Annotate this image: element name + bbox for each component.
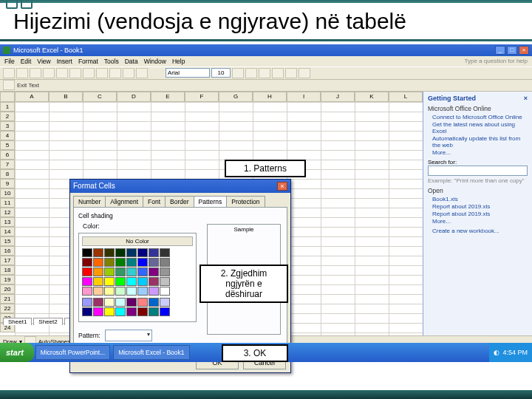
row-header-6[interactable]: 6 (0, 150, 15, 160)
color-swatch[interactable] (137, 248, 148, 257)
row-header-5[interactable]: 5 (0, 140, 15, 150)
row-header-21[interactable]: 21 (0, 294, 15, 304)
color-swatch[interactable] (126, 248, 137, 257)
row-header-20[interactable]: 20 (0, 284, 15, 294)
color-swatch[interactable] (93, 267, 103, 276)
color-swatch[interactable] (115, 307, 126, 316)
tab-alignment[interactable]: Alignment (105, 196, 143, 207)
color-swatch[interactable] (126, 307, 137, 316)
save-icon[interactable] (30, 68, 41, 78)
dialog-close-icon[interactable]: × (277, 182, 287, 191)
row-header-2[interactable]: 2 (0, 112, 15, 121)
color-swatch[interactable] (104, 307, 115, 316)
select-all-corner[interactable] (0, 92, 15, 102)
menu-window[interactable]: Window (144, 58, 166, 65)
color-swatch[interactable] (104, 287, 115, 296)
tray-icon[interactable]: ◐ (494, 349, 499, 356)
row-header-1[interactable]: 1 (0, 102, 15, 112)
color-swatch[interactable] (104, 258, 115, 267)
col-header-C[interactable]: C (83, 92, 117, 102)
create-workbook-link[interactable]: Create a new workbook... (432, 228, 528, 234)
sheet-tab-2[interactable]: Sheet2 (33, 318, 62, 325)
color-swatch[interactable] (160, 277, 170, 286)
menu-insert[interactable]: Insert (57, 58, 72, 65)
color-swatch[interactable] (82, 307, 92, 316)
align-left-icon[interactable] (272, 68, 284, 78)
color-swatch[interactable] (93, 287, 103, 296)
taskpane-recent-link[interactable]: Book1.xls (432, 196, 528, 202)
row-header-3[interactable]: 3 (0, 121, 15, 131)
taskpane-recent-link[interactable]: Report about 2019.xls (432, 203, 528, 210)
row-header-13[interactable]: 13 (0, 217, 15, 227)
print-icon[interactable] (43, 68, 55, 78)
color-swatch[interactable] (115, 267, 126, 276)
color-swatch[interactable] (137, 287, 148, 296)
color-swatch[interactable] (82, 258, 92, 267)
row-header-14[interactable]: 14 (0, 227, 15, 236)
menu-view[interactable]: View (37, 58, 50, 65)
underline-icon[interactable] (259, 68, 270, 78)
copy-icon[interactable] (96, 68, 108, 78)
no-color-button[interactable]: No Color (82, 236, 193, 246)
menu-edit[interactable]: Edit (21, 58, 32, 65)
menu-file[interactable]: File (4, 58, 15, 65)
row-header-4[interactable]: 4 (0, 131, 15, 140)
menu-tools[interactable]: Tools (104, 58, 119, 65)
color-swatch[interactable] (160, 267, 170, 276)
color-swatch[interactable] (149, 277, 159, 286)
taskpane-recent-link[interactable]: Report about 2019.xls (432, 211, 528, 217)
menu-format[interactable]: Format (78, 58, 98, 65)
color-swatch[interactable] (104, 248, 115, 257)
row-header-7[interactable]: 7 (0, 160, 15, 169)
color-swatch[interactable] (82, 267, 92, 276)
color-swatch[interactable] (149, 287, 159, 296)
color-swatch[interactable] (115, 277, 126, 286)
row-header-15[interactable]: 15 (0, 236, 15, 246)
col-header-J[interactable]: J (321, 92, 355, 102)
maximize-button[interactable]: □ (507, 46, 517, 55)
undo-icon[interactable] (123, 68, 134, 78)
font-name-field[interactable]: Arial (166, 68, 210, 78)
menu-data[interactable]: Data (125, 58, 138, 65)
row-header-19[interactable]: 19 (0, 275, 15, 284)
col-header-H[interactable]: H (253, 92, 287, 102)
color-swatch[interactable] (137, 298, 148, 307)
color-swatch[interactable] (82, 248, 92, 257)
color-swatch[interactable] (115, 248, 126, 257)
color-swatch[interactable] (149, 267, 159, 276)
start-button[interactable]: start (0, 343, 34, 362)
taskpane-recent-link[interactable]: More... (432, 218, 528, 225)
color-swatch[interactable] (160, 287, 170, 296)
color-swatch[interactable] (104, 267, 115, 276)
row-header-12[interactable]: 12 (0, 208, 15, 217)
taskpane-link[interactable]: Automatically update this list from the … (432, 135, 528, 149)
color-swatch[interactable] (137, 258, 148, 267)
color-swatch[interactable] (126, 298, 137, 307)
row-header-16[interactable]: 16 (0, 246, 15, 256)
system-tray[interactable]: ◐ 4:54 PM (489, 343, 532, 362)
pattern-dropdown[interactable] (105, 330, 152, 341)
menu-help[interactable]: Help (172, 58, 185, 65)
spell-icon[interactable] (69, 68, 81, 78)
toolbar-icon[interactable] (3, 80, 15, 90)
col-header-E[interactable]: E (151, 92, 185, 102)
color-swatch[interactable] (126, 267, 137, 276)
color-swatch[interactable] (160, 248, 170, 257)
color-swatch[interactable] (115, 258, 126, 267)
color-swatch[interactable] (160, 298, 170, 307)
open-icon[interactable] (16, 68, 28, 78)
col-header-D[interactable]: D (117, 92, 151, 102)
col-header-B[interactable]: B (49, 92, 83, 102)
col-header-I[interactable]: I (287, 92, 321, 102)
dialog-titlebar[interactable]: Format Cells × (70, 180, 290, 193)
new-icon[interactable] (3, 68, 15, 78)
color-swatch[interactable] (149, 298, 159, 307)
font-size-field[interactable]: 10 (211, 68, 231, 78)
col-header-A[interactable]: A (15, 92, 49, 102)
tab-protection[interactable]: Protection (226, 196, 265, 207)
taskpane-link[interactable]: Get the latest news about using Excel (432, 121, 528, 134)
align-right-icon[interactable] (299, 68, 310, 78)
color-swatch[interactable] (93, 298, 103, 307)
color-swatch[interactable] (93, 307, 103, 316)
taskbar-item-1[interactable]: Microsoft Excel - Book1 (113, 345, 189, 360)
